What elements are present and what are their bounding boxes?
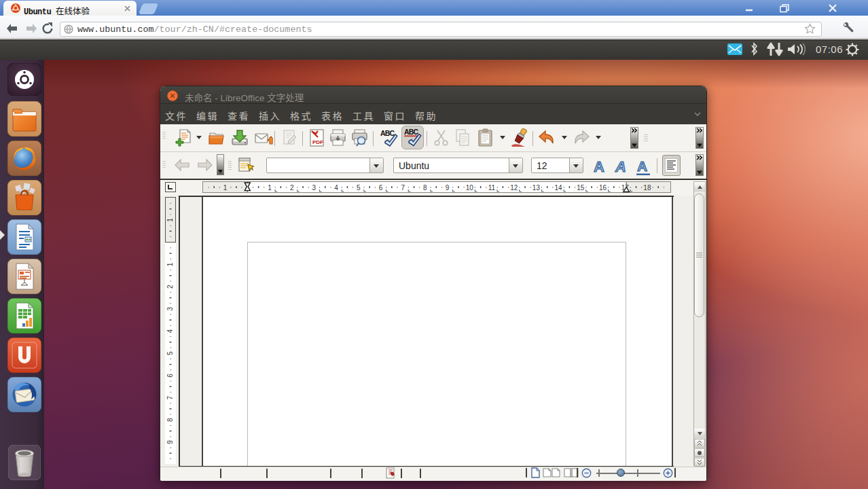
- svg-text:9: 9: [446, 184, 450, 192]
- svg-text:2: 2: [290, 184, 294, 192]
- svg-text:7: 7: [166, 395, 174, 399]
- svg-text:15: 15: [577, 184, 585, 192]
- svg-text:10: 10: [466, 184, 474, 192]
- svg-text:A: A: [637, 158, 647, 174]
- svg-text:12: 12: [510, 184, 518, 192]
- svg-text:13: 13: [532, 184, 541, 192]
- svg-text:3: 3: [312, 184, 317, 192]
- svg-text:8: 8: [423, 184, 427, 192]
- svg-text:ABC: ABC: [404, 128, 418, 136]
- svg-text:1: 1: [166, 262, 174, 266]
- svg-text:7: 7: [401, 184, 405, 192]
- svg-text:18: 18: [643, 184, 651, 192]
- svg-text:A: A: [615, 158, 626, 175]
- svg-text:14: 14: [555, 184, 563, 192]
- svg-text:4: 4: [334, 184, 338, 192]
- svg-text:2: 2: [166, 285, 174, 289]
- svg-text:1: 1: [166, 218, 174, 222]
- svg-text:11: 11: [488, 184, 496, 192]
- svg-text:3: 3: [166, 307, 174, 311]
- svg-text:9: 9: [166, 440, 174, 444]
- svg-text:1: 1: [223, 184, 228, 192]
- svg-text:6: 6: [379, 184, 383, 192]
- svg-text:16: 16: [599, 184, 607, 192]
- svg-text:8: 8: [166, 418, 174, 422]
- svg-text:5: 5: [357, 184, 361, 192]
- svg-text:PDF: PDF: [312, 139, 323, 145]
- svg-text:A: A: [594, 158, 604, 175]
- svg-text:1: 1: [268, 184, 272, 192]
- svg-text:5: 5: [166, 351, 174, 355]
- svg-text:6: 6: [166, 374, 174, 378]
- svg-text:ABC: ABC: [380, 130, 395, 137]
- svg-text:4: 4: [166, 329, 174, 333]
